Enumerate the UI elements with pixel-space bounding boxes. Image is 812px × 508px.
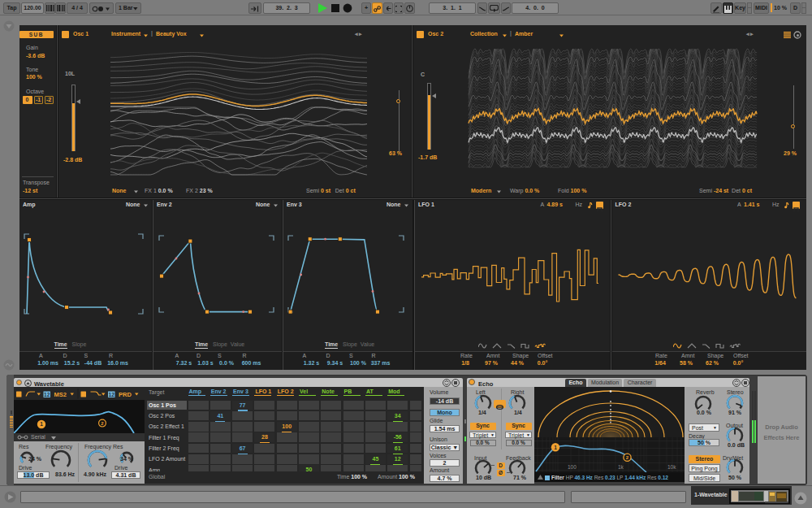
svg-text:1: 1 <box>554 445 557 450</box>
svg-text:PRD: PRD <box>119 391 132 398</box>
svg-text:12: 12 <box>44 392 50 397</box>
svg-text:12: 12 <box>109 392 115 397</box>
svg-text:MS2: MS2 <box>54 391 67 398</box>
svg-text:1k: 1k <box>618 464 624 470</box>
svg-text:10k: 10k <box>667 464 676 470</box>
svg-text:100: 100 <box>568 464 577 470</box>
svg-text:1: 1 <box>40 421 43 427</box>
